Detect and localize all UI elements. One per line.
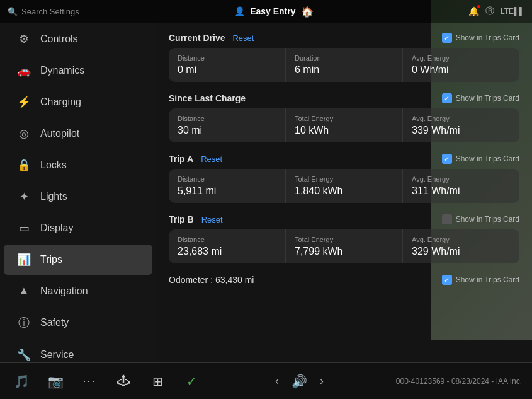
- volume-icon[interactable]: 🔊: [291, 374, 307, 389]
- section-title-current-drive: Current Drive: [169, 33, 225, 43]
- signal-icon: LTE▌▌: [501, 7, 524, 16]
- section-header-since-last-charge: Since Last Charge✓Show in Trips Card: [169, 93, 519, 103]
- sidebar-icon-navigation: ▲: [16, 284, 31, 298]
- reset-button-current-drive[interactable]: Reset: [232, 33, 254, 43]
- stats-card-current-drive: Distance0 miDuration6 minAvg. Energy0 Wh…: [169, 48, 519, 82]
- stats-card-trip-a: Distance5,911 miTotal Energy1,840 kWhAvg…: [169, 169, 519, 203]
- bottom-bar: 🎵 📷 ··· 🕹 ⊞ ✓ ‹ 🔊 › 000-40123569 - 08/23…: [0, 362, 532, 399]
- sidebar-label-navigation: Navigation: [40, 286, 88, 297]
- sidebar-label-dynamics: Dynamics: [40, 65, 84, 76]
- sidebar-item-display[interactable]: ▭Display: [4, 213, 152, 243]
- sidebar-icon-controls: ⚙: [16, 32, 31, 46]
- stat-value-since-last-charge-2: 339 Wh/mi: [412, 125, 511, 136]
- more-app-icon[interactable]: ···: [78, 370, 101, 393]
- device-info: 000-40123569 - 08/23/2024 - IAA Inc.: [396, 377, 522, 386]
- sidebar-icon-lights: ✦: [16, 190, 31, 204]
- sidebar-item-charging[interactable]: ⚡Charging: [4, 87, 152, 117]
- sidebar-label-trips: Trips: [40, 254, 62, 265]
- easy-entry-label: Easy Entry: [250, 6, 295, 16]
- nav-prev-arrow[interactable]: ‹: [275, 374, 279, 388]
- sidebar-label-display: Display: [40, 223, 73, 234]
- sidebar-item-lights[interactable]: ✦Lights: [4, 182, 152, 212]
- sidebar-label-lights: Lights: [40, 191, 67, 202]
- stat-cell-trip-b-0: Distance23,683 mi: [169, 229, 286, 263]
- sidebar-label-charging: Charging: [40, 96, 81, 108]
- sidebar-item-autopilot[interactable]: ◎Autopilot: [4, 119, 152, 149]
- sidebar-label-safety: Safety: [40, 317, 69, 328]
- stat-cell-trip-b-1: Total Energy7,799 kWh: [286, 229, 403, 263]
- sidebar-item-navigation[interactable]: ▲Navigation: [4, 276, 152, 306]
- nav-next-arrow[interactable]: ›: [320, 374, 324, 388]
- section-title-since-last-charge: Since Last Charge: [169, 93, 246, 103]
- section-title-row-trip-b: Trip BReset: [169, 214, 223, 224]
- stat-cell-since-last-charge-1: Total Energy10 kWh: [286, 108, 403, 142]
- stat-label-trip-a-1: Total Energy: [295, 175, 393, 183]
- show-trips-check-trip-a[interactable]: ✓Show in Trips Card: [442, 154, 519, 164]
- sidebar-icon-autopilot: ◎: [16, 127, 31, 141]
- top-right-icons: 🔔 Ⓑ LTE▌▌: [468, 6, 524, 17]
- section-current-drive: Current DriveReset✓Show in Trips CardDis…: [169, 33, 519, 82]
- stat-value-since-last-charge-1: 10 kWh: [295, 125, 393, 136]
- trips-checkbox-trip-b[interactable]: [442, 214, 452, 224]
- reset-button-trip-b[interactable]: Reset: [201, 215, 223, 224]
- stats-card-trip-b: Distance23,683 miTotal Energy7,799 kWhAv…: [169, 229, 519, 263]
- trips-check-label-trip-a: Show in Trips Card: [456, 154, 519, 163]
- search-area[interactable]: 🔍 Search Settings: [8, 7, 79, 16]
- section-title-row-current-drive: Current DriveReset: [169, 33, 254, 43]
- sidebar-icon-locks: 🔒: [16, 158, 31, 172]
- sidebar-item-dynamics[interactable]: 🚗Dynamics: [4, 55, 152, 86]
- apps-grid-icon[interactable]: ⊞: [146, 370, 169, 393]
- show-trips-check-since-last-charge[interactable]: ✓Show in Trips Card: [442, 93, 519, 103]
- stats-card-since-last-charge: Distance30 miTotal Energy10 kWhAvg. Ener…: [169, 108, 519, 142]
- stat-cell-trip-a-2: Avg. Energy311 Wh/mi: [403, 169, 519, 203]
- section-header-trip-b: Trip BResetShow in Trips Card: [169, 214, 519, 224]
- stat-cell-since-last-charge-2: Avg. Energy339 Wh/mi: [403, 108, 519, 142]
- stat-value-trip-b-0: 23,683 mi: [178, 246, 276, 257]
- camera-app-icon[interactable]: 📷: [44, 370, 67, 393]
- bottom-app-icons: 🎵 📷 ··· 🕹 ⊞ ✓: [10, 370, 203, 393]
- show-trips-check-trip-b[interactable]: Show in Trips Card: [442, 214, 519, 224]
- sidebar-item-locks[interactable]: 🔒Locks: [4, 150, 152, 180]
- trips-checkbox-current-drive[interactable]: ✓: [442, 33, 452, 43]
- sidebar-item-controls[interactable]: ⚙Controls: [4, 24, 152, 54]
- stat-value-trip-b-1: 7,799 kWh: [295, 246, 393, 257]
- stat-label-trip-a-0: Distance: [178, 175, 276, 183]
- check-app-icon[interactable]: ✓: [180, 370, 203, 393]
- section-title-row-since-last-charge: Since Last Charge: [169, 93, 246, 103]
- stat-value-trip-b-2: 329 Wh/mi: [412, 246, 511, 257]
- odometer-row: Odometer : 63,430 mi✓Show in Trips Card: [169, 275, 519, 285]
- music-app-icon[interactable]: 🎵: [10, 370, 33, 393]
- stat-cell-current-drive-0: Distance0 mi: [169, 48, 286, 82]
- stat-label-trip-b-2: Avg. Energy: [412, 236, 511, 243]
- top-center: 👤 Easy Entry 🏠: [79, 6, 468, 18]
- sidebar-icon-dynamics: 🚗: [16, 64, 31, 78]
- game-app-icon[interactable]: 🕹: [112, 370, 135, 393]
- reset-button-trip-a[interactable]: Reset: [201, 154, 222, 164]
- stat-cell-trip-a-1: Total Energy1,840 kWh: [286, 169, 403, 203]
- stat-label-current-drive-1: Duration: [295, 54, 393, 62]
- sidebar-label-autopilot: Autopilot: [40, 128, 79, 139]
- trips-checkbox-since-last-charge[interactable]: ✓: [442, 93, 452, 103]
- section-title-row-trip-a: Trip AReset: [169, 154, 222, 164]
- stat-label-trip-a-2: Avg. Energy: [412, 175, 511, 183]
- sidebar: ⚙Controls🚗Dynamics⚡Charging◎Autopilot🔒Lo…: [0, 23, 156, 362]
- odometer-show-trips[interactable]: ✓Show in Trips Card: [442, 275, 519, 285]
- show-trips-check-current-drive[interactable]: ✓Show in Trips Card: [442, 33, 519, 43]
- sidebar-label-controls: Controls: [40, 33, 78, 45]
- main-content: Current DriveReset✓Show in Trips CardDis…: [156, 23, 532, 362]
- odometer-trips-checkbox[interactable]: ✓: [442, 275, 452, 285]
- stat-label-trip-b-1: Total Energy: [295, 236, 393, 243]
- sidebar-item-safety[interactable]: ⓘSafety: [4, 307, 152, 338]
- trips-check-label-trip-b: Show in Trips Card: [456, 215, 519, 224]
- section-trip-a: Trip AReset✓Show in Trips CardDistance5,…: [169, 154, 519, 203]
- top-bar: 🔍 Search Settings 👤 Easy Entry 🏠 🔔 Ⓑ LTE…: [0, 0, 532, 23]
- sidebar-item-trips[interactable]: 📊Trips: [4, 245, 152, 275]
- trips-checkbox-trip-a[interactable]: ✓: [442, 154, 452, 164]
- stat-value-current-drive-1: 6 min: [295, 64, 393, 76]
- trips-check-label-since-last-charge: Show in Trips Card: [456, 94, 519, 103]
- stat-cell-current-drive-1: Duration6 min: [286, 48, 403, 82]
- stat-cell-trip-b-2: Avg. Energy329 Wh/mi: [403, 229, 519, 263]
- home-icon: 🏠: [301, 6, 314, 18]
- search-icon: 🔍: [8, 7, 18, 16]
- sidebar-item-service[interactable]: 🔧Service: [4, 340, 152, 362]
